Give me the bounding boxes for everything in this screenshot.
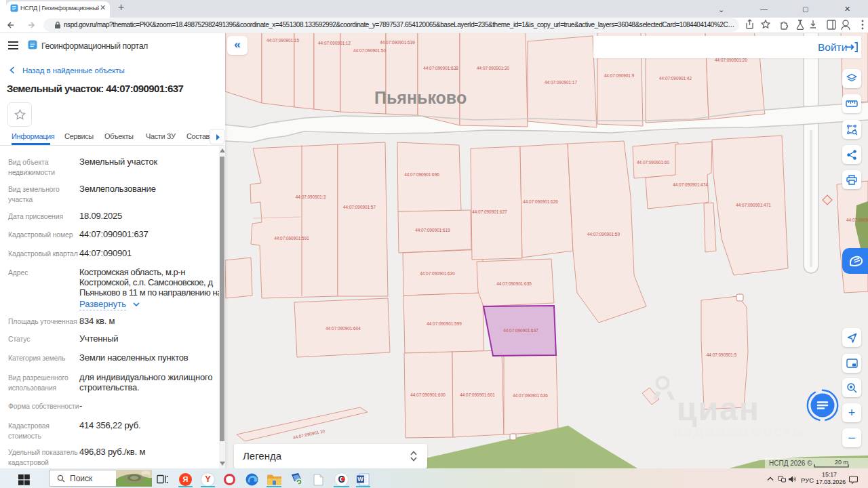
svg-text:НСПД 2026 ©: НСПД 2026 © bbox=[769, 460, 812, 467]
svg-text:44:07:090901:59: 44:07:090901:59 bbox=[587, 232, 620, 237]
svg-text:44:07:090901:474: 44:07:090901:474 bbox=[673, 182, 708, 187]
svg-text:44:07:090901:42: 44:07:090901:42 bbox=[659, 76, 692, 81]
svg-text:44:07:090901:604: 44:07:090901:604 bbox=[326, 326, 361, 331]
svg-text:44:07:090901:635: 44:07:090901:635 bbox=[496, 281, 532, 286]
svg-text:44:07:090901:9: 44:07:090901:9 bbox=[604, 73, 635, 78]
svg-text:44:07:090901:60: 44:07:090901:60 bbox=[637, 160, 669, 165]
svg-text:44:07:090901:626: 44:07:090901:626 bbox=[523, 199, 558, 204]
svg-text:44:07:090901:20: 44:07:090901:20 bbox=[715, 58, 747, 62]
svg-text:44:07:090901:619: 44:07:090901:619 bbox=[415, 228, 450, 232]
svg-text:44:07:090901:599: 44:07:090901:599 bbox=[427, 321, 462, 326]
svg-text:44:07:090901:17: 44:07:090901:17 bbox=[545, 80, 577, 85]
svg-text:44:07:090901:600: 44:07:090901:600 bbox=[410, 392, 446, 397]
svg-text:44:07:090901:3: 44:07:090901:3 bbox=[296, 195, 326, 199]
svg-text:Пьяньково: Пьяньково bbox=[374, 88, 467, 107]
svg-text:44:07:090901:637: 44:07:090901:637 bbox=[503, 328, 538, 333]
svg-text:44:07:090901:696: 44:07:090901:696 bbox=[404, 172, 439, 177]
svg-text:44:07:090901:12: 44:07:090901:12 bbox=[318, 41, 351, 45]
svg-text:44:07:090901:471: 44:07:090901:471 bbox=[736, 203, 771, 207]
svg-text:44:07:090901:15: 44:07:090901:15 bbox=[267, 38, 299, 43]
svg-text:44:07:0909: 44:07:0909 bbox=[846, 218, 868, 222]
svg-text:44:07:090901:57: 44:07:090901:57 bbox=[343, 205, 376, 209]
svg-text:44:07:090901:627: 44:07:090901:627 bbox=[472, 209, 507, 214]
svg-text:44:07:090901:30: 44:07:090901:30 bbox=[477, 66, 509, 70]
svg-text:44:07:090901:620: 44:07:090901:620 bbox=[420, 271, 455, 276]
svg-text:44:07:090901:638: 44:07:090901:638 bbox=[423, 66, 458, 70]
svg-text:44:07:090901:50: 44:07:090901:50 bbox=[353, 48, 386, 53]
svg-text:W: W bbox=[357, 476, 363, 483]
svg-text:44:07:090901:639: 44:07:090901:639 bbox=[380, 40, 415, 45]
svg-text:20 m: 20 m bbox=[835, 459, 848, 466]
svg-text:44:07:090901:601: 44:07:090901:601 bbox=[460, 392, 495, 397]
svg-text:44:07:090901:591: 44:07:090901:591 bbox=[274, 236, 309, 241]
svg-text:44:07:090901:5: 44:07:090901:5 bbox=[707, 352, 737, 357]
svg-text:недвижимость: недвижимость bbox=[673, 422, 804, 440]
svg-text:44:07:090901:636: 44:07:090901:636 bbox=[513, 393, 548, 398]
